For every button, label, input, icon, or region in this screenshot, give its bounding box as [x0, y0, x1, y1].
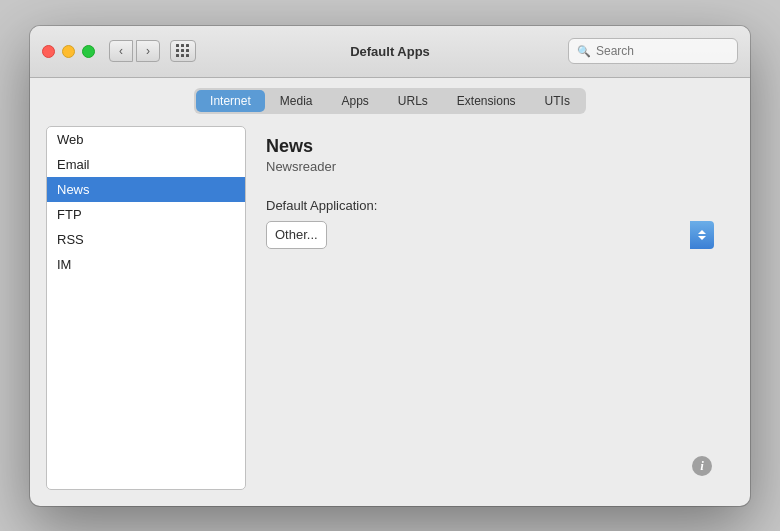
info-icon-wrapper: i	[266, 456, 714, 480]
list-item-im[interactable]: IM	[47, 252, 245, 277]
list-item-news[interactable]: News	[47, 177, 245, 202]
detail-title: News	[266, 136, 714, 157]
list-item-email[interactable]: Email	[47, 152, 245, 177]
forward-button[interactable]: ›	[136, 40, 160, 62]
main-window: ‹ › Default Apps 🔍 Internet Media Apps U…	[30, 26, 750, 506]
minimize-button[interactable]	[62, 45, 75, 58]
main-content: Web Email News FTP RSS IM News Newsreade…	[30, 114, 750, 506]
maximize-button[interactable]	[82, 45, 95, 58]
detail-panel: News Newsreader Default Application: Oth…	[246, 126, 734, 490]
arrow-down-icon	[698, 236, 706, 240]
detail-subtitle: Newsreader	[266, 159, 714, 174]
tab-internet[interactable]: Internet	[196, 90, 265, 112]
select-row: Other...	[266, 221, 714, 249]
list-item-web[interactable]: Web	[47, 127, 245, 152]
info-icon[interactable]: i	[692, 456, 712, 476]
window-title: Default Apps	[350, 44, 430, 59]
app-select-wrapper: Other...	[266, 221, 714, 249]
list-item-rss[interactable]: RSS	[47, 227, 245, 252]
tab-urls[interactable]: URLs	[384, 90, 442, 112]
grid-view-button[interactable]	[170, 40, 196, 62]
traffic-lights	[42, 45, 95, 58]
tab-apps[interactable]: Apps	[327, 90, 382, 112]
default-app-label: Default Application:	[266, 198, 714, 213]
titlebar: ‹ › Default Apps 🔍	[30, 26, 750, 78]
select-arrow-icon	[690, 221, 714, 249]
back-button[interactable]: ‹	[109, 40, 133, 62]
close-button[interactable]	[42, 45, 55, 58]
category-list: Web Email News FTP RSS IM	[46, 126, 246, 490]
search-input[interactable]	[596, 44, 729, 58]
nav-buttons: ‹ ›	[109, 40, 160, 62]
list-item-ftp[interactable]: FTP	[47, 202, 245, 227]
tab-utis[interactable]: UTIs	[531, 90, 584, 112]
search-box[interactable]: 🔍	[568, 38, 738, 64]
tab-media[interactable]: Media	[266, 90, 327, 112]
tab-group: Internet Media Apps URLs Extensions UTIs	[194, 88, 586, 114]
grid-icon	[176, 44, 190, 58]
tabs-toolbar: Internet Media Apps URLs Extensions UTIs	[30, 78, 750, 114]
search-icon: 🔍	[577, 45, 591, 58]
app-select[interactable]: Other...	[266, 221, 327, 249]
arrow-up-icon	[698, 230, 706, 234]
tab-extensions[interactable]: Extensions	[443, 90, 530, 112]
